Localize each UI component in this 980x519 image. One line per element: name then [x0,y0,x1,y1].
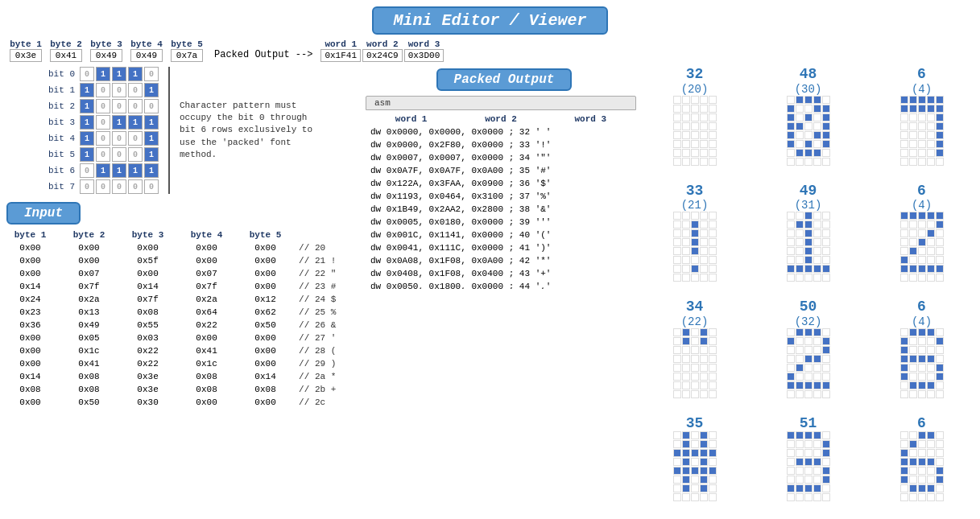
bit-cell-r1-c0[interactable]: 1 [80,83,94,97]
bit-cell-r7-c3[interactable]: 0 [128,179,143,194]
char-pixel-7-r4-c3 [813,364,821,372]
bit-cell-r3-c2[interactable]: 1 [112,115,126,130]
char-pixel-10-r7-c2 [804,493,813,501]
bit-cell-r0-c3[interactable]: 1 [128,67,143,81]
bit-cell-r0-c1[interactable]: 1 [96,67,110,81]
input-section: Input byte 1 byte 2 byte 3 byte 4 byte 5 [0,200,362,405]
char-pixel-8-r2-c4 [936,346,944,354]
input-table-scroll[interactable]: byte 1 byte 2 byte 3 byte 4 byte 5 0x000… [0,228,362,405]
char-pixel-2-r3-c2 [918,122,926,130]
bit-cell-r4-c2[interactable]: 0 [112,131,126,146]
char-pixel-3-r6-c4 [709,265,717,273]
char-pixel-10-r7-c1 [796,493,804,501]
char-pixel-11-r5-c4 [936,476,944,484]
bit-cell-r5-c1[interactable]: 0 [96,147,110,162]
bit-cell-r2-c3[interactable]: 0 [128,99,143,113]
bit-cell-r6-c3[interactable]: 1 [128,163,143,178]
bit-cell-r7-c4[interactable]: 0 [144,179,159,194]
bit-cell-r7-c0[interactable]: 0 [80,179,94,194]
char-pixel-1-r0-c4 [822,96,830,104]
bit-cell-r5-c0[interactable]: 1 [80,147,94,162]
bit-cell-r2-c1[interactable]: 0 [96,99,110,113]
char-pixel-3-r4-c4 [709,247,717,255]
char-pixel-6-r0-c0 [673,328,681,336]
asm-tab[interactable]: asm [366,96,636,110]
bit-cell-r3-c0[interactable]: 1 [80,115,94,130]
char-pixel-8-r3-c4 [936,355,944,363]
bit-cell-r3-c1[interactable]: 0 [96,115,110,130]
word2-header: word 2 [366,39,399,49]
packed-table-scroll[interactable]: word 1 word 2 word 3 dw 0x0000, 0x0000, … [366,112,636,289]
bit-cell-r4-c3[interactable]: 0 [128,131,143,146]
packed-th-word1: word 1 [367,113,455,125]
bit-cell-r1-c1[interactable]: 0 [96,83,110,97]
char-preview-11: 6 [866,416,977,517]
bit-cell-r2-c0[interactable]: 1 [80,99,94,113]
char-pixel-5-r1-c2 [918,220,926,229]
input-th-comment [296,229,361,241]
char-preview-7: 50(32) [753,299,863,413]
input-cell-r1-c0: 0x00 [2,255,59,266]
packed-row-0: dw 0x0000, 0x0000, 0x0000 ; 32 ' ' [367,126,635,138]
char-pixel-10-r0-c4 [822,431,830,439]
char-pixel-11-r4-c3 [927,467,935,475]
bit-cell-r3-c4[interactable]: 1 [144,115,159,130]
input-cell-r8-c5: // 28 ( [296,345,361,356]
bit-cell-r4-c0[interactable]: 1 [80,131,94,146]
char-pixel-5-r7-c2 [918,274,926,282]
char-pixel-5-r5-c2 [918,256,926,264]
char-pixel-8-r6-c4 [936,381,944,389]
char-pixel-2-r6-c0 [900,149,908,157]
input-cell-r5-c1: 0x13 [60,307,118,318]
char-pixel-11-r6-c3 [927,484,935,492]
char-pixel-5-r2-c0 [900,229,908,237]
char-pixel-10-r2-c4 [822,449,830,457]
char-number-10: 51 [800,416,817,432]
char-pixel-4-r0-c0 [787,212,795,220]
char-pixel-5-r1-c0 [900,220,908,229]
bit-cell-r6-c0[interactable]: 0 [80,163,94,178]
bit-cell-r0-c2[interactable]: 1 [112,67,126,81]
input-row-7: 0x000x050x030x000x00// 27 ' [2,332,361,344]
bit-cell-r6-c2[interactable]: 1 [112,163,126,178]
char-pixel-8-r7-c2 [918,390,926,398]
char-pixel-2-r0-c2 [918,96,926,104]
bit-cell-r2-c2[interactable]: 0 [112,99,126,113]
char-pixel-10-r5-c1 [796,476,804,484]
char-pixel-6-r2-c4 [709,346,717,354]
bit-cell-r4-c1[interactable]: 0 [96,131,110,146]
char-pixel-8-r0-c2 [918,328,926,336]
bit-cell-r1-c3[interactable]: 0 [128,83,143,97]
char-pixel-10-r4-c4 [822,467,830,475]
char-pixel-0-r0-c3 [700,96,708,104]
byte3-value: 0x49 [90,49,122,62]
bit-cell-r5-c2[interactable]: 0 [112,147,126,162]
bit-cell-r0-c4[interactable]: 0 [144,67,159,81]
char-pixel-11-r7-c3 [927,493,935,501]
char-pixel-8-r6-c1 [909,381,917,389]
bit-cell-r7-c1[interactable]: 0 [96,179,110,194]
char-pixel-0-r6-c3 [700,149,708,157]
bit-cell-r6-c4[interactable]: 1 [144,163,159,178]
bit-cell-r6-c1[interactable]: 1 [96,163,110,178]
char-pixel-9-r5-c3 [700,476,708,484]
bit-cell-r5-c4[interactable]: 1 [144,147,159,162]
char-pixel-5-r3-c3 [927,238,935,246]
char-pixel-5-r6-c4 [936,265,944,273]
bit-cell-r1-c2[interactable]: 0 [112,83,126,97]
bit-row-label-0: bit 0 [48,69,78,79]
bit-cell-r2-c4[interactable]: 0 [144,99,159,113]
bit-cell-r4-c4[interactable]: 1 [144,131,159,146]
bit-row-label-7: bit 7 [48,182,78,192]
bit-cell-r7-c2[interactable]: 0 [112,179,126,194]
bit-cell-r5-c3[interactable]: 0 [128,147,143,162]
packed-cell-5: dw 0x1193, 0x0464, 0x3100 ; 37 '%' [367,191,635,202]
bit-cell-r0-c0[interactable]: 0 [80,67,94,81]
bit-cell-r3-c3[interactable]: 1 [128,115,143,130]
char-pixel-4-r3-c1 [796,238,804,246]
char-pixel-8-r1-c1 [909,337,917,345]
char-pixel-7-r3-c1 [796,355,804,363]
bit-cell-r1-c4[interactable]: 1 [144,83,159,97]
char-pixel-7-r6-c2 [804,381,813,389]
char-pixel-8-r4-c4 [936,364,944,372]
